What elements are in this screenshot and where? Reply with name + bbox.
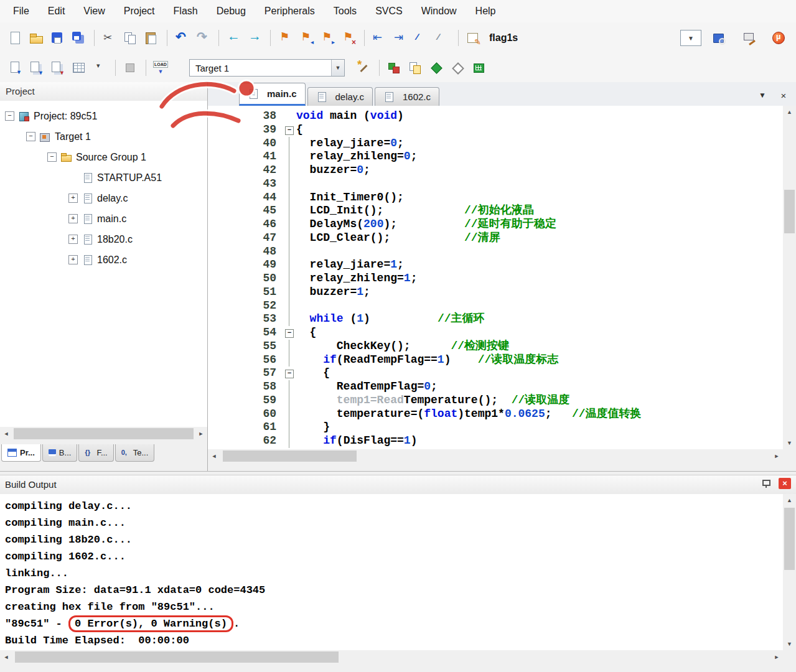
code-line-59[interactable]: 59 temp1=ReadTemperature(); //读取温度 — [229, 394, 783, 408]
code-editor[interactable]: 38void main (void)39−{40 relay_jiare=0;4… — [208, 106, 783, 453]
bookmark-prev-button[interactable] — [296, 29, 316, 47]
undo-button[interactable] — [172, 29, 192, 47]
tree-item-18b20-c[interactable]: +18b20.c — [0, 229, 207, 250]
pin-icon[interactable] — [761, 478, 771, 488]
scroll-down-button[interactable]: ▼ — [784, 638, 796, 650]
scrollbar-thumb[interactable] — [14, 428, 194, 439]
scrollbar-track[interactable] — [783, 118, 796, 437]
tree-item-delay-c[interactable]: +delay.c — [0, 188, 207, 208]
bookmark-clear-button[interactable] — [339, 29, 358, 47]
expand-icon[interactable]: + — [68, 194, 78, 203]
expand-icon[interactable]: + — [68, 214, 78, 223]
editor-tab-main-c[interactable]: main.c — [239, 83, 306, 106]
translate-button[interactable] — [5, 58, 25, 77]
save-button[interactable] — [47, 29, 67, 47]
fold-collapse-icon[interactable]: − — [285, 126, 294, 135]
save-all-button[interactable] — [68, 29, 88, 47]
comment-button[interactable] — [411, 29, 431, 47]
editor-hscrollbar[interactable]: ◄ ► — [208, 449, 783, 463]
code-line-53[interactable]: 53 while (1) //主循环 — [229, 312, 783, 326]
scrollbar-thumb[interactable] — [15, 651, 339, 663]
menu-item-svcs[interactable]: SVCS — [366, 0, 412, 22]
build-output-hscrollbar[interactable]: ◄ ► — [0, 650, 783, 664]
find-in-files-button[interactable] — [709, 29, 729, 47]
scrollbar-track[interactable] — [12, 427, 195, 441]
nav-forward-button[interactable] — [245, 29, 265, 47]
code-line-44[interactable]: 44 Init_Timer0(); — [229, 191, 783, 205]
code-line-48[interactable]: 48 — [229, 245, 783, 259]
menu-item-tools[interactable]: Tools — [324, 0, 366, 22]
open-file-button[interactable] — [26, 29, 46, 47]
copy-button[interactable] — [120, 29, 140, 47]
uvision-logo-button[interactable] — [769, 29, 789, 47]
menu-item-view[interactable]: View — [74, 0, 114, 22]
menu-item-peripherals[interactable]: Peripherals — [255, 0, 324, 22]
tree-item-main-c[interactable]: +main.c — [0, 208, 207, 229]
indent-right-button[interactable] — [390, 29, 410, 47]
panel-tab-te[interactable]: 0,Te... — [115, 444, 155, 462]
build-output-lines[interactable]: compiling delay.c...compiling main.c...c… — [0, 494, 783, 654]
scroll-right-button[interactable]: ► — [770, 450, 783, 462]
panel-tab-f[interactable]: {}F... — [78, 444, 113, 462]
editor-vscrollbar[interactable]: ▲ ▼ — [783, 106, 796, 449]
breakpoint-config-button[interactable] — [463, 29, 483, 47]
scroll-up-button[interactable]: ▲ — [784, 106, 796, 118]
project-tree[interactable]: −Project: 89c51−Target 1−Source Group 1S… — [0, 101, 207, 432]
panel-tab-b[interactable]: B... — [42, 444, 78, 462]
menu-item-help[interactable]: Help — [466, 0, 505, 22]
code-line-40[interactable]: 40 relay_jiare=0; — [229, 137, 783, 151]
panel-tab-pr[interactable]: Pr... — [1, 444, 41, 462]
target-select-combo[interactable]: Target 1 ▼ — [189, 59, 345, 77]
scroll-up-button[interactable]: ▲ — [784, 494, 796, 506]
code-line-47[interactable]: 47 LCD_Clear(); //清屏 — [229, 231, 783, 245]
fold-collapse-icon[interactable]: − — [285, 329, 294, 338]
code-line-62[interactable]: 62 if(DisFlag==1) — [229, 434, 783, 448]
uncomment-button[interactable] — [433, 29, 452, 47]
bookmark-next-button[interactable] — [317, 29, 337, 47]
code-line-50[interactable]: 50 relay_zhileng=1; — [229, 272, 783, 286]
chevron-down-icon[interactable]: ▼ — [331, 60, 344, 76]
code-line-51[interactable]: 51 buzzer=1; — [229, 286, 783, 299]
scroll-down-button[interactable]: ▼ — [784, 437, 796, 449]
window-list-button[interactable]: ▼ — [756, 89, 769, 101]
configure-tools-button[interactable] — [739, 29, 759, 47]
batch-build-arrow-button[interactable] — [90, 58, 110, 77]
build-button[interactable] — [26, 58, 46, 77]
code-line-61[interactable]: 61 } — [229, 421, 783, 434]
cut-button[interactable] — [99, 29, 119, 47]
code-line-55[interactable]: 55 CheckKey(); //检测按键 — [229, 340, 783, 353]
menu-item-file[interactable]: File — [4, 0, 39, 22]
code-line-46[interactable]: 46 DelayMs(200); //延时有助于稳定 — [229, 218, 783, 231]
scroll-left-button[interactable]: ◄ — [208, 450, 220, 462]
scroll-left-button[interactable]: ◄ — [0, 651, 12, 663]
code-line-56[interactable]: 56 if(ReadTempFlag==1) //读取温度标志 — [229, 353, 783, 367]
scrollbar-thumb[interactable] — [784, 190, 795, 233]
menu-item-window[interactable]: Window — [412, 0, 466, 22]
code-line-38[interactable]: 38void main (void) — [229, 110, 783, 123]
scroll-right-button[interactable]: ► — [770, 651, 783, 663]
code-line-52[interactable]: 52 — [229, 299, 783, 313]
expand-icon[interactable]: + — [68, 255, 78, 264]
batch-build-button[interactable] — [68, 58, 88, 77]
code-line-45[interactable]: 45 LCD_Init(); //初始化液晶 — [229, 204, 783, 218]
select-packs-button[interactable] — [447, 58, 467, 77]
scrollbar-track[interactable] — [783, 506, 796, 638]
editor-tab-delay-c[interactable]: delay.c — [307, 87, 373, 106]
rebuild-button[interactable] — [47, 58, 67, 77]
build-output-vscrollbar[interactable]: ▲ ▼ — [783, 494, 796, 650]
manage-components-button[interactable] — [384, 58, 404, 77]
scroll-right-button[interactable]: ► — [195, 427, 207, 440]
code-line-42[interactable]: 42 buzzer=0; — [229, 164, 783, 177]
runtime-environment-button[interactable] — [469, 58, 489, 77]
project-hscrollbar[interactable]: ◄ ► — [0, 427, 207, 441]
close-document-button[interactable]: × — [777, 89, 790, 101]
stop-build-button[interactable] — [120, 58, 140, 77]
editor-tab-1602-c[interactable]: 1602.c — [375, 87, 439, 106]
code-line-60[interactable]: 60 temperature=(float)temp1*0.0625; //温度… — [229, 408, 783, 421]
target-options-button[interactable] — [354, 58, 373, 77]
file-extensions-button[interactable] — [405, 58, 425, 77]
close-panel-button[interactable]: × — [779, 478, 791, 489]
code-line-43[interactable]: 43 — [229, 177, 783, 191]
paste-button[interactable] — [141, 29, 161, 47]
fold-collapse-icon[interactable]: − — [285, 370, 294, 378]
